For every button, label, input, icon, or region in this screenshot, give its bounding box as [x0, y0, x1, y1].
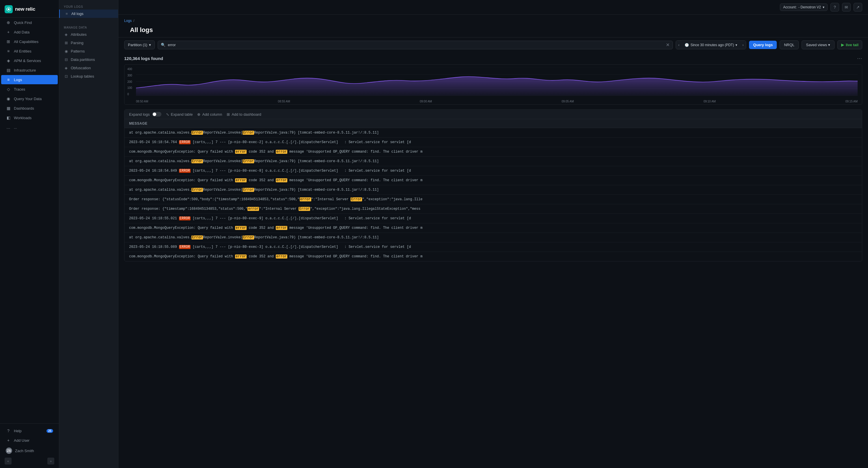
- sub-nav-manage-label: MANAGE DATA: [59, 24, 118, 30]
- log-row[interactable]: com.mongodb.MongoQueryException: Query f…: [124, 147, 862, 157]
- log-row[interactable]: at org.apache.catalina.valves.ErrorRepor…: [124, 157, 862, 166]
- sub-nav-logs-section: YOUR LOGS ≡ All logs: [59, 0, 118, 21]
- sub-nav-your-logs-label: YOUR LOGS: [59, 3, 118, 9]
- account-selector[interactable]: Account: - Demotron V2 ▾: [780, 3, 828, 11]
- sub-nav-all-logs[interactable]: ≡ All logs: [59, 9, 118, 18]
- search-bar: 🔍 ✕: [158, 41, 673, 49]
- nav-item-infrastructure[interactable]: ▤ Infrastructure: [1, 66, 58, 75]
- more-options-btn[interactable]: ⋯: [857, 55, 862, 62]
- nav-item-quick-find[interactable]: ⊕ Quick Find: [1, 18, 58, 27]
- live-tail-button[interactable]: ▶ live tail: [837, 40, 862, 49]
- traces-icon: ◇: [6, 87, 11, 92]
- chart-y-labels: 400 300 200 100 0: [127, 68, 132, 96]
- breadcrumb-link[interactable]: Logs: [124, 19, 132, 23]
- nav-item-help[interactable]: ? Help 25: [1, 426, 58, 435]
- logo-area: new relic: [0, 0, 59, 18]
- sub-nav-patterns[interactable]: ◉ Patterns: [59, 47, 118, 56]
- search-icon: 🔍: [161, 43, 165, 47]
- sub-nav-attributes[interactable]: ◈ Attributes: [59, 30, 118, 39]
- log-row[interactable]: Order response: {"statusCode":500,"body"…: [124, 195, 862, 204]
- logo-icon: [5, 5, 13, 13]
- saved-views-button[interactable]: Saved views ▾: [802, 40, 835, 49]
- log-row[interactable]: com.mongodb.MongoQueryException: Query f…: [124, 176, 862, 185]
- log-row[interactable]: Order response: {"timestamp":16849451348…: [124, 204, 862, 214]
- nav-item-apm[interactable]: ◈ APM & Services: [1, 56, 58, 65]
- log-row[interactable]: at org.apache.catalina.valves.ErrorRepor…: [124, 185, 862, 195]
- table-header: message: [124, 119, 862, 128]
- log-row[interactable]: com.mongodb.MongoQueryException: Query f…: [124, 223, 862, 233]
- log-row[interactable]: 2023-05-24 16:18:54.849 ERROR [carts,,,]…: [124, 166, 862, 176]
- nav-item-add-user[interactable]: + Add User: [1, 436, 58, 445]
- lookup-icon: ⊡: [64, 74, 68, 78]
- breadcrumb: Logs /: [124, 19, 862, 23]
- search-input[interactable]: [168, 43, 663, 47]
- nrql-button[interactable]: NRQL: [780, 40, 799, 49]
- query-logs-button[interactable]: Query logs: [749, 41, 777, 49]
- sub-nav-obfuscation[interactable]: ◈ Obfuscation: [59, 64, 118, 72]
- sub-nav-manage-section: MANAGE DATA ◈ Attributes ⊠ Parsing ◉ Pat…: [59, 21, 118, 83]
- y-label-100: 100: [127, 86, 132, 90]
- x-label-1: 08:55 AM: [278, 100, 290, 103]
- table-toolbar: Expand logs ⤡ Expand table ⊕ Add column …: [124, 110, 862, 119]
- nav-item-user[interactable]: ZS Zach Smith: [1, 445, 58, 456]
- collapse-left-btn[interactable]: «: [5, 458, 11, 465]
- y-label-200: 200: [127, 80, 132, 83]
- more-icon: …: [6, 125, 11, 130]
- partition-button[interactable]: Partition (1) ▾: [124, 40, 155, 49]
- collapse-right-btn[interactable]: »: [48, 458, 54, 465]
- nav-item-traces[interactable]: ◇ Traces: [1, 85, 58, 94]
- logs-icon: ≡: [6, 77, 11, 82]
- obfuscation-icon: ◈: [64, 66, 68, 70]
- log-table: Expand logs ⤡ Expand table ⊕ Add column …: [124, 109, 862, 261]
- log-row[interactable]: at org.apache.catalina.valves.ErrorRepor…: [124, 233, 862, 242]
- nav-item-logs[interactable]: ≡ Logs: [1, 75, 58, 84]
- nav-item-all-capabilities[interactable]: ⊞ All Capabilities: [1, 37, 58, 46]
- nav-collapse-controls: « »: [0, 457, 59, 466]
- x-label-3: 09:05 AM: [562, 100, 574, 103]
- add-column-btn[interactable]: ⊕ Add column: [197, 112, 222, 116]
- x-label-2: 09:00 AM: [420, 100, 432, 103]
- list-icon: ≡: [6, 49, 11, 54]
- sub-nav-parsing[interactable]: ⊠ Parsing: [59, 39, 118, 47]
- nav-item-query-your-data[interactable]: ◉ Query Your Data: [1, 94, 58, 103]
- attributes-icon: ◈: [64, 32, 68, 37]
- nav-item-workloads[interactable]: ◧ Workloads: [1, 113, 58, 122]
- all-logs-icon: ≡: [64, 11, 69, 16]
- add-to-dashboard-btn[interactable]: ⊞ Add to dashboard: [227, 112, 261, 116]
- sub-nav-data-partitions[interactable]: ⊟ Data partitions: [59, 56, 118, 64]
- time-prev-btn[interactable]: ‹: [676, 41, 682, 49]
- mail-btn[interactable]: ✉: [842, 3, 851, 11]
- time-next-btn[interactable]: ›: [740, 41, 746, 49]
- nav-items: ⊕ Quick Find + Add Data ⊞ All Capabiliti…: [0, 18, 59, 132]
- log-row[interactable]: at org.apache.catalina.valves.ErrorRepor…: [124, 128, 862, 138]
- log-row[interactable]: 2023-05-24 16:18:55.021 ERROR [carts,,,]…: [124, 214, 862, 223]
- nav-bottom: ? Help 25 + Add User ZS Zach Smith « »: [0, 423, 59, 468]
- log-row[interactable]: 2023-05-24 16:18:54.764 ERROR [carts,,,]…: [124, 138, 862, 147]
- chart-container: 400 300 200 100 0: [124, 64, 862, 105]
- chart-x-labels: 08:50 AM 08:55 AM 09:00 AM 09:05 AM 09:1…: [136, 100, 858, 103]
- log-row[interactable]: com.mongodb.MongoQueryException: Query f…: [124, 252, 862, 261]
- x-label-4: 09:10 AM: [704, 100, 716, 103]
- plus-icon: +: [6, 30, 11, 34]
- page-title: All logs: [124, 24, 862, 37]
- expand-table-btn[interactable]: ⤡ Expand table: [166, 112, 193, 116]
- log-stats: 120,364 logs found ⋯: [124, 52, 862, 64]
- time-filter-main[interactable]: 🕐 Since 30 minutes ago (PDT) ▾: [682, 41, 740, 49]
- external-link-btn[interactable]: ↗: [854, 3, 862, 11]
- nav-item-add-data[interactable]: + Add Data: [1, 27, 58, 37]
- search-clear-btn[interactable]: ✕: [666, 43, 670, 47]
- help-btn[interactable]: ?: [831, 3, 839, 11]
- nav-item-more[interactable]: … ...: [1, 123, 58, 132]
- top-bar-right: Account: - Demotron V2 ▾ ? ✉ ↗: [780, 3, 862, 11]
- log-rows: at org.apache.catalina.valves.ErrorRepor…: [124, 128, 862, 261]
- log-content: 120,364 logs found ⋯ 400 300 200 100 0: [118, 52, 868, 468]
- time-filter: ‹ 🕐 Since 30 minutes ago (PDT) ▾ ›: [676, 40, 746, 49]
- expand-logs-switch[interactable]: [152, 112, 161, 116]
- log-row[interactable]: 2023-05-24 16:18:55.089 ERROR [carts,,,]…: [124, 242, 862, 252]
- sub-nav-lookup-tables[interactable]: ⊡ Lookup tables: [59, 72, 118, 80]
- nav-item-all-entities[interactable]: ≡ All Entities: [1, 46, 58, 56]
- expand-logs-toggle[interactable]: Expand logs: [129, 112, 161, 116]
- help-icon: ?: [6, 429, 11, 433]
- chart-svg-area: [136, 68, 858, 96]
- nav-item-dashboards[interactable]: ▦ Dashboards: [1, 104, 58, 113]
